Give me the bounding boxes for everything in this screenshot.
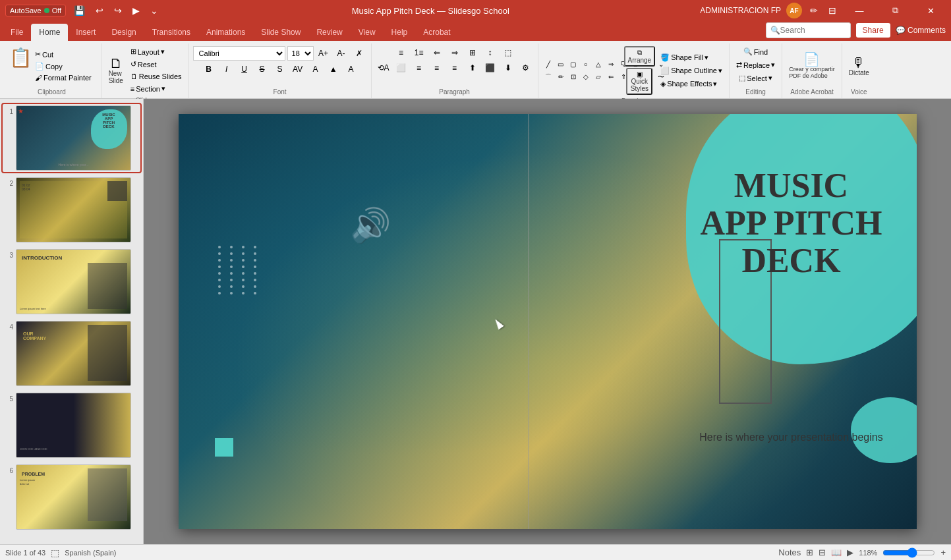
highlight-button[interactable]: ▲ [326,63,341,76]
slide-thumb-2[interactable]: 2 01 0203 04 [3,176,140,244]
replace-button[interactable]: ⇄ Replace ▾ [734,59,778,70]
shape-curve[interactable]: ⌒ [542,71,554,83]
convert-to-smartart-button[interactable]: ⚙ [518,61,534,74]
columns-button[interactable]: ⊞ [465,46,480,59]
pen-icon[interactable]: ✏ [807,4,821,17]
tab-design[interactable]: Design [103,24,144,41]
slide-thumb-6[interactable]: 6 PROBLEM Lorem ipsumdolor sit [3,463,140,531]
autosave-button[interactable]: AutoSave Off [5,5,66,16]
paste-button[interactable]: 📋 ✂ Cut 📄 Copy 🖌 Format Painter [7,47,97,84]
redo-icon[interactable]: ↪ [111,4,125,17]
tab-slideshow[interactable]: Slide Show [253,24,308,41]
new-slide-button[interactable]: 🗋 New Slide [105,55,127,86]
slide-thumb-1[interactable]: 1 ★ MUSICAPPPITCHDECK Here is where your… [3,104,140,172]
comments-button[interactable]: 💬 Comments [896,26,946,35]
slide-thumb-5[interactable]: 5 JOHN DOE JANE DOE [3,391,140,459]
tab-review[interactable]: Review [308,24,350,41]
shape-left-arrow[interactable]: ⇐ [605,71,617,83]
align-bottom-button[interactable]: ⬇ [500,61,516,74]
reuse-slides-button[interactable]: 🗒 Reuse Slides [128,71,185,82]
font-color-button[interactable]: A [308,63,324,76]
tab-acrobat[interactable]: Acrobat [415,24,458,41]
underline-button[interactable]: U [237,63,252,76]
minimize-button[interactable]: — [844,0,875,21]
text-direction-button[interactable]: ⟲A [376,61,391,74]
user-avatar[interactable]: AF [786,3,802,18]
format-painter-button[interactable]: 🖌 Format Painter [32,72,94,83]
search-input[interactable] [780,26,846,35]
shape-rounded-rect[interactable]: ▢ [567,59,579,70]
slide-thumb-4[interactable]: 4 OURCOMPANY [3,320,140,387]
tab-insert[interactable]: Insert [68,24,103,41]
char-spacing-button[interactable]: AV [290,63,306,76]
align-top-button[interactable]: ⬆ [465,61,480,74]
line-spacing-button[interactable]: ↕ [482,46,498,59]
save-icon[interactable]: 💾 [71,4,88,17]
shadow-button[interactable]: S [272,63,288,76]
shape-triangle[interactable]: △ [592,59,604,70]
share-button[interactable]: Share [856,23,890,38]
shape-rect[interactable]: ▭ [555,59,567,70]
arrange-button[interactable]: ⧉ Arrange [624,46,656,67]
shape-textbox[interactable]: ⊡ [567,71,579,83]
select-button[interactable]: ⬚ Select ▾ [736,72,775,84]
shape-oval[interactable]: ○ [580,59,592,70]
shape-arrow-right[interactable]: ⇒ [605,59,617,70]
create-pdf-button[interactable]: 📄 Crear y compartir PDF de Adobe [786,51,838,80]
dictate-button[interactable]: 🎙 Dictate [846,55,872,78]
tab-animations[interactable]: Animations [198,24,253,41]
section-button[interactable]: ≡ Section ▾ [128,83,185,94]
layout-button[interactable]: ⊞ Layout ▾ [128,46,185,57]
slideshow-icon[interactable]: ▶ [847,547,853,557]
search-box[interactable]: 🔍 [766,22,851,38]
align-left-button[interactable]: ⬜ [393,61,409,74]
numbering-button[interactable]: 1≡ [411,46,427,59]
present-icon[interactable]: ▶ [130,4,142,17]
smart-art-button[interactable]: ⬚ [500,46,516,59]
align-right-button[interactable]: ≡ [429,61,445,74]
tab-file[interactable]: File [3,24,31,41]
shape-diamond[interactable]: ◇ [580,71,592,83]
text-highlight-button[interactable]: A [343,63,359,76]
tab-help[interactable]: Help [384,24,416,41]
strikethrough-button[interactable]: S [254,63,270,76]
copy-button[interactable]: 📄 Copy [32,61,94,72]
shape-effects-button[interactable]: ◈ Shape Effects ▾ [658,78,725,90]
accessibility-icon[interactable]: ⬚ [51,547,59,558]
font-family-select[interactable]: Calibri [193,46,285,61]
reading-view-icon[interactable]: 📖 [831,547,842,557]
italic-button[interactable]: I [219,63,235,76]
close-button[interactable]: ✕ [915,0,946,21]
tab-home[interactable]: Home [31,24,68,41]
shape-freeform[interactable]: ✏ [555,71,567,83]
normal-view-icon[interactable]: ⊞ [806,547,813,557]
language[interactable]: Spanish (Spain) [65,549,116,557]
align-center-button[interactable]: ≡ [411,61,427,74]
slide-sorter-icon[interactable]: ⊟ [819,547,826,557]
shape-fill-button[interactable]: 🪣 Shape Fill ▾ [658,52,725,63]
clear-format-button[interactable]: ✗ [351,47,367,60]
shape-line[interactable]: ╱ [542,59,554,70]
settings-icon[interactable]: ⊟ [826,4,839,17]
notes-button[interactable]: Notes [778,547,801,557]
customize-icon[interactable]: ⌄ [148,4,161,17]
bold-button[interactable]: B [201,63,217,76]
slide-thumb-3[interactable]: 3 INTRODUCTION Lorem ipsum text here [3,248,140,316]
increase-font-button[interactable]: A+ [316,47,331,60]
align-middle-button[interactable]: ⬛ [482,61,498,74]
quick-styles-button[interactable]: ▣ Quick Styles [626,68,652,95]
zoom-slider[interactable] [882,547,935,558]
tab-transitions[interactable]: Transitions [144,24,198,41]
zoom-in-icon[interactable]: + [940,547,946,557]
undo-icon[interactable]: ↩ [93,4,106,17]
shape-parallelogram[interactable]: ▱ [592,71,604,83]
decrease-indent-button[interactable]: ⇐ [429,46,445,59]
cut-button[interactable]: ✂ Cut [32,49,94,60]
find-button[interactable]: 🔍 Find [741,46,770,57]
bullets-button[interactable]: ≡ [393,46,409,59]
restore-button[interactable]: ⧉ [880,0,910,21]
shape-outline-button[interactable]: ⬜ Shape Outline ▾ [658,65,725,76]
increase-indent-button[interactable]: ⇒ [447,46,463,59]
font-size-select[interactable]: 18 [287,46,314,61]
justify-button[interactable]: ≡ [447,61,463,74]
